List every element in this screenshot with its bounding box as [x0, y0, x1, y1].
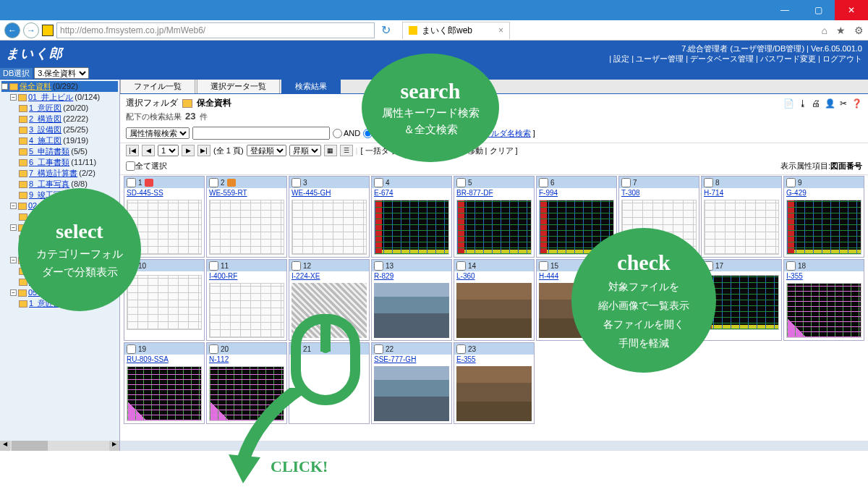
toolbar-icon[interactable]: 👤 [825, 98, 835, 109]
file-code-link[interactable]: F-994 [539, 189, 558, 197]
tree-node[interactable]: −01_井上ビル (0/124) [1, 92, 118, 103]
browser-tab[interactable]: まいく郎web × [402, 22, 510, 39]
file-thumbnail[interactable] [784, 198, 864, 257]
file-card[interactable]: 3WE-445-GH [289, 176, 370, 258]
maximize-button[interactable]: ▢ [801, 0, 835, 20]
forward-button[interactable]: → [23, 22, 39, 38]
file-code-link[interactable]: H-714 [704, 189, 723, 197]
main-tab[interactable]: 選択データ一覧 [197, 80, 280, 93]
file-code-link[interactable]: SSE-777-GH [374, 355, 416, 363]
file-code-link[interactable]: R-829 [374, 272, 393, 280]
file-thumbnail[interactable] [289, 198, 369, 257]
tree-node[interactable]: 8_工事写真 (8/8) [1, 179, 118, 190]
card-checkbox[interactable] [456, 344, 466, 354]
file-code-link[interactable]: BR-877-DF [456, 189, 493, 197]
toolbar-icon[interactable]: 📄 [783, 98, 794, 109]
file-code-link[interactable]: RU-809-SSA [127, 355, 169, 363]
close-button[interactable]: ✕ [835, 0, 868, 20]
file-code-link[interactable]: I-400-RF [209, 272, 237, 280]
main-tab[interactable]: 検索結果 [281, 80, 341, 93]
tab-close-icon[interactable]: × [498, 25, 503, 35]
file-card[interactable]: 19RU-809-SSA [124, 342, 205, 424]
pager-last[interactable]: ▶| [197, 145, 210, 156]
card-checkbox[interactable] [704, 178, 713, 187]
tree-node[interactable]: 6_工事書類 (11/11) [1, 157, 118, 168]
card-checkbox[interactable] [539, 178, 548, 187]
file-card[interactable]: 4E-674 [371, 176, 452, 258]
tree-node[interactable]: 1_意匠図 (20/20) [1, 103, 118, 114]
file-thumbnail[interactable] [454, 281, 534, 340]
file-code-link[interactable]: E-355 [456, 355, 476, 363]
file-code-link[interactable]: I-355 [786, 272, 803, 280]
file-card[interactable]: 13R-829 [371, 259, 452, 341]
toolbar-icon[interactable]: ✂ [840, 98, 847, 109]
card-checkbox[interactable] [292, 261, 301, 271]
pager-next[interactable]: ▶ [182, 145, 195, 156]
card-checkbox[interactable] [374, 261, 383, 271]
tools-icon[interactable]: ⚙ [854, 25, 864, 36]
and-radio[interactable] [333, 129, 342, 138]
card-checkbox[interactable] [292, 178, 301, 187]
file-code-link[interactable]: T-308 [621, 189, 640, 197]
address-bar[interactable] [56, 22, 375, 38]
favorites-icon[interactable]: ★ [836, 25, 846, 36]
file-code-link[interactable]: WE-559-RT [209, 189, 247, 197]
file-thumbnail[interactable] [784, 281, 864, 340]
tree-node[interactable]: 3_設備図 (25/25) [1, 124, 118, 135]
card-checkbox[interactable] [209, 261, 218, 271]
file-card[interactable]: 18I-355 [783, 259, 864, 341]
toolbar-icon[interactable]: ⭳ [799, 98, 807, 109]
file-thumbnail[interactable] [124, 273, 204, 332]
card-checkbox[interactable] [209, 344, 218, 354]
header-menu[interactable]: | 設定 | ユーザー管理 | データベース管理 | パスワード変更 | ログア… [609, 54, 862, 64]
view-list-button[interactable]: ☰ [340, 145, 353, 156]
toolbar-icon[interactable]: 🖨 [812, 98, 820, 109]
file-card[interactable]: 8H-714 [701, 176, 782, 258]
card-checkbox[interactable] [127, 344, 136, 354]
file-thumbnail[interactable] [372, 364, 451, 423]
tree-node[interactable]: 2_構造図 (22/22) [1, 114, 118, 124]
file-code-link[interactable]: L-360 [456, 272, 475, 280]
tree-node[interactable]: 5_申請書類 (5/5) [1, 146, 118, 157]
file-thumbnail[interactable] [454, 364, 534, 423]
card-checkbox[interactable] [456, 261, 466, 271]
refresh-button[interactable]: ↻ [378, 23, 393, 37]
card-checkbox[interactable] [786, 261, 796, 271]
minimize-button[interactable]: — [768, 0, 801, 20]
file-thumbnail[interactable] [207, 281, 286, 340]
select-all-checkbox[interactable] [126, 161, 135, 171]
card-checkbox[interactable] [209, 178, 218, 187]
tree-node[interactable]: 4_施工図 (19/19) [1, 135, 118, 146]
card-checkbox[interactable] [374, 178, 383, 187]
file-code-link[interactable]: WE-445-GH [292, 189, 331, 197]
sort2-select[interactable]: 昇順 [289, 145, 321, 156]
card-checkbox[interactable] [374, 344, 383, 354]
tree-node[interactable]: 7_構造計算書 (2/2) [1, 168, 118, 179]
file-code-link[interactable]: E-674 [374, 189, 393, 197]
file-code-link[interactable]: SD-445-SS [127, 189, 163, 197]
view-thumb-button[interactable]: ▦ [324, 145, 337, 156]
card-checkbox[interactable] [786, 178, 796, 187]
file-card[interactable]: 2WE-559-RT [206, 176, 287, 258]
back-button[interactable]: ← [4, 22, 20, 38]
file-thumbnail[interactable] [372, 198, 451, 257]
file-code-link[interactable]: N-112 [209, 355, 229, 363]
card-checkbox[interactable] [539, 261, 548, 271]
page-select[interactable]: 1 [158, 145, 179, 156]
main-tab[interactable]: ファイル一覧 [120, 80, 195, 93]
card-checkbox[interactable] [621, 178, 631, 187]
file-code-link[interactable]: H-444 [539, 272, 558, 280]
sort1-select[interactable]: 登録順 [247, 145, 286, 156]
file-code-link[interactable]: I-224-XE [292, 272, 320, 280]
file-card[interactable]: 23E-355 [454, 342, 535, 424]
card-checkbox[interactable] [456, 178, 466, 187]
toolbar-icon[interactable]: ❓ [851, 98, 862, 109]
file-card[interactable]: 14L-360 [454, 259, 535, 341]
file-thumbnail[interactable] [454, 198, 534, 257]
card-checkbox[interactable] [127, 178, 136, 187]
file-thumbnail[interactable] [372, 281, 451, 340]
file-thumbnail[interactable] [207, 198, 286, 257]
tree-node[interactable]: −保全資料 (0/292) [1, 81, 118, 92]
db-select[interactable]: 3.保全資料 [34, 67, 89, 79]
file-code-link[interactable]: G-429 [786, 189, 807, 197]
